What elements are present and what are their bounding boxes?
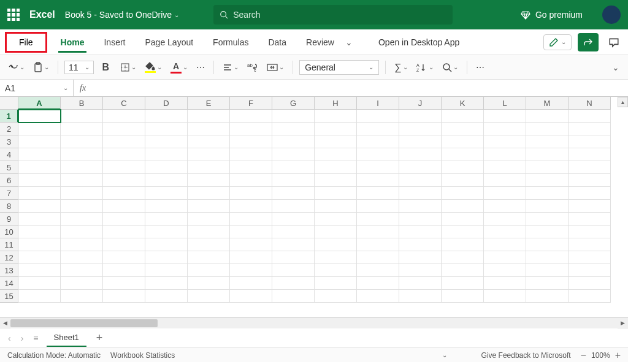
cell[interactable]	[315, 264, 357, 277]
comments-button[interactable]	[605, 33, 623, 51]
cell[interactable]	[103, 110, 145, 123]
cell[interactable]	[357, 135, 399, 148]
sort-filter-button[interactable]: AZ ⌄	[414, 60, 436, 75]
cell[interactable]	[442, 110, 484, 123]
cell[interactable]	[18, 200, 61, 213]
cell[interactable]	[399, 277, 442, 290]
cell[interactable]	[188, 161, 230, 174]
row-header[interactable]: 6	[0, 174, 18, 187]
cell[interactable]	[484, 251, 526, 264]
cell[interactable]	[272, 238, 315, 251]
row-header[interactable]: 4	[0, 148, 18, 161]
cell[interactable]	[103, 200, 145, 213]
cell[interactable]	[61, 226, 103, 238]
cell[interactable]	[272, 187, 315, 200]
cell[interactable]	[61, 110, 103, 123]
cell[interactable]	[399, 213, 442, 226]
cell[interactable]	[188, 213, 230, 226]
name-box[interactable]: A1 ⌄	[0, 80, 74, 96]
cell[interactable]	[569, 135, 611, 148]
find-button[interactable]: ⌄	[440, 60, 461, 75]
search-input[interactable]: Search	[213, 5, 453, 25]
cell[interactable]	[484, 187, 526, 200]
cell[interactable]	[526, 174, 569, 187]
autosum-button[interactable]: ∑ ⌄	[392, 59, 410, 75]
cell[interactable]	[442, 290, 484, 303]
cell[interactable]	[103, 264, 145, 277]
column-header[interactable]: L	[484, 97, 526, 110]
cell[interactable]	[399, 226, 442, 238]
cell[interactable]	[569, 174, 611, 187]
cell[interactable]	[526, 213, 569, 226]
cell[interactable]	[484, 213, 526, 226]
cell[interactable]	[399, 200, 442, 213]
cell[interactable]	[399, 161, 442, 174]
cell[interactable]	[61, 123, 103, 135]
tab-page-layout[interactable]: Page Layout	[136, 32, 202, 52]
cell[interactable]	[103, 148, 145, 161]
tab-file[interactable]: File	[5, 32, 47, 53]
cell[interactable]	[61, 135, 103, 148]
cell[interactable]	[188, 148, 230, 161]
hscroll-track[interactable]	[10, 318, 618, 328]
document-name-dropdown[interactable]: Book 5 - Saved to OneDrive ⌄	[65, 10, 179, 20]
row-header[interactable]: 8	[0, 200, 18, 213]
cell[interactable]	[484, 277, 526, 290]
cell[interactable]	[315, 251, 357, 264]
cell[interactable]	[18, 187, 61, 200]
cell[interactable]	[272, 148, 315, 161]
cell[interactable]	[357, 174, 399, 187]
zoom-out-button[interactable]: −	[581, 350, 586, 361]
column-header[interactable]: G	[272, 97, 315, 110]
cell[interactable]	[18, 238, 61, 251]
cell[interactable]	[315, 110, 357, 123]
cell[interactable]	[315, 213, 357, 226]
more-commands[interactable]: ⋯	[473, 60, 487, 75]
cell[interactable]	[357, 238, 399, 251]
cell[interactable]	[188, 251, 230, 264]
cell[interactable]	[103, 251, 145, 264]
cell[interactable]	[230, 110, 272, 123]
cell[interactable]	[315, 200, 357, 213]
cell[interactable]	[357, 213, 399, 226]
cell[interactable]	[357, 110, 399, 123]
scroll-up-arrow[interactable]: ▲	[618, 97, 628, 107]
scroll-right-arrow[interactable]: ▶	[618, 318, 628, 328]
cell[interactable]	[526, 135, 569, 148]
calc-mode-status[interactable]: Calculation Mode: Automatic	[7, 351, 101, 360]
cell[interactable]	[569, 238, 611, 251]
cell[interactable]	[526, 226, 569, 238]
cell[interactable]	[442, 226, 484, 238]
cell[interactable]	[145, 174, 188, 187]
cell[interactable]	[103, 277, 145, 290]
cell[interactable]	[230, 226, 272, 238]
cell[interactable]	[484, 264, 526, 277]
cell[interactable]	[569, 110, 611, 123]
cell[interactable]	[230, 200, 272, 213]
cell[interactable]	[230, 187, 272, 200]
hscroll-thumb[interactable]	[10, 319, 158, 327]
cell[interactable]	[526, 277, 569, 290]
column-header[interactable]: H	[315, 97, 357, 110]
cell[interactable]	[103, 161, 145, 174]
cell[interactable]	[103, 213, 145, 226]
chevron-down-icon[interactable]: ⌄	[442, 352, 447, 358]
cell[interactable]	[442, 174, 484, 187]
cell[interactable]	[442, 148, 484, 161]
select-all-corner[interactable]	[0, 97, 18, 110]
cell[interactable]	[569, 148, 611, 161]
cell[interactable]	[18, 277, 61, 290]
cell[interactable]	[484, 110, 526, 123]
cell[interactable]	[484, 200, 526, 213]
cell[interactable]	[357, 251, 399, 264]
feedback-button[interactable]: Give Feedback to Microsoft	[481, 351, 571, 360]
row-header[interactable]: 10	[0, 226, 18, 238]
all-sheets-button[interactable]: ≡	[31, 333, 40, 343]
cell[interactable]	[399, 135, 442, 148]
column-header[interactable]: A	[18, 97, 61, 110]
cell[interactable]	[442, 251, 484, 264]
column-header[interactable]: K	[442, 97, 484, 110]
cell[interactable]	[272, 174, 315, 187]
sheet-tab-active[interactable]: Sheet1	[47, 329, 86, 347]
cell[interactable]	[569, 277, 611, 290]
